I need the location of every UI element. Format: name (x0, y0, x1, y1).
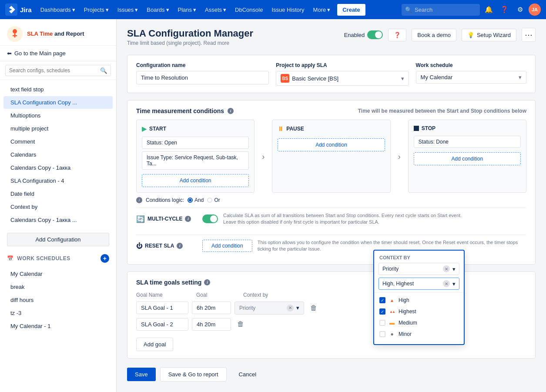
sidebar-item-my-calendar[interactable]: My Calendar (3, 268, 113, 280)
sidebar-item-tz-3[interactable]: tz -3 (3, 307, 113, 319)
work-schedule-select[interactable]: My Calendar (416, 71, 526, 84)
pause-condition-col: ⏸ PAUSE Add condition (272, 120, 390, 193)
avatar[interactable]: JA (529, 3, 541, 16)
nav-dashboards[interactable]: Dashboards (37, 4, 79, 16)
sidebar-item-calendars[interactable]: Calendars (3, 148, 113, 161)
goal-1-value-input[interactable] (192, 302, 231, 314)
sidebar-item-calendars-copy-1[interactable]: Calendars Copy - 1акка (3, 161, 113, 174)
sidebar-item-text-field-stop[interactable]: text field stop (3, 83, 113, 96)
sidebar-item-diff-hours[interactable]: diff hours (3, 294, 113, 306)
time-measurement-info-icon[interactable]: i (228, 108, 234, 114)
add-start-condition-button[interactable]: Add condition (142, 174, 249, 187)
and-radio-button[interactable] (188, 198, 193, 203)
sidebar-item-sla-config-copy[interactable]: SLA Configuration Copy ... (3, 96, 113, 109)
sidebar-item-multioptions[interactable]: Multioptions (3, 109, 113, 122)
priority-option-medium[interactable]: Medium (374, 317, 464, 328)
conditions-grid: ▶ START Status: Open Issue Type: Service… (136, 120, 526, 193)
logic-or-radio[interactable]: Or (207, 197, 220, 203)
sidebar-search-input[interactable] (5, 65, 111, 76)
nav-projects[interactable]: Projects (80, 4, 112, 16)
main-content: SLA Configuration Manager Time limit bas… (117, 19, 546, 392)
sidebar-item-break[interactable]: break (3, 281, 113, 293)
goal-1-context-select[interactable]: Priority ✕ (234, 302, 304, 315)
help-icon[interactable]: ❓ (497, 3, 511, 17)
start-condition-1: Status: Open (142, 137, 249, 149)
svg-point-2 (13, 29, 17, 34)
sidebar-item-my-calendar-1[interactable]: My Calendar - 1 (3, 320, 113, 332)
add-stop-condition-button[interactable]: Add condition (414, 152, 521, 165)
more-options-button[interactable]: ⋯ (522, 28, 536, 42)
project-select[interactable]: BS Basic Service [BS] (276, 71, 409, 86)
create-button[interactable]: Create (337, 4, 365, 16)
multi-cycle-label: 🔄 MULTI-CYCLE i (136, 215, 197, 223)
nav-more[interactable]: More (310, 4, 334, 16)
highest-checkbox[interactable]: ✓ (379, 308, 385, 315)
enabled-toggle[interactable] (367, 30, 383, 39)
priority-clear-btn[interactable]: ✕ (443, 265, 450, 272)
or-radio-button[interactable] (207, 198, 212, 203)
sidebar-search-button[interactable]: 🔍 (100, 67, 107, 74)
nav-dbconsole[interactable]: DbConsole (231, 4, 266, 16)
medium-checkbox[interactable] (379, 320, 385, 326)
nav-boards[interactable]: Boards (143, 4, 172, 16)
chevron-icon (106, 7, 109, 13)
minor-checkbox[interactable] (379, 331, 385, 337)
reset-sla-info-icon[interactable]: i (177, 243, 183, 249)
logic-info-icon[interactable]: i (136, 197, 142, 203)
cancel-button[interactable]: Cancel (231, 368, 264, 381)
sidebar-item-date-field[interactable]: Date field (3, 188, 113, 200)
sidebar-item-multiple-project[interactable]: multiple project (3, 122, 113, 135)
goal-2-value-input[interactable] (192, 318, 231, 331)
jira-logo[interactable]: Jira (5, 3, 32, 16)
values-clear-btn[interactable]: ✕ (443, 280, 450, 287)
back-to-main-button[interactable]: ⬅ Go to the Main page (0, 46, 116, 61)
multi-cycle-info-icon[interactable]: i (185, 216, 191, 222)
sidebar-item-context-by[interactable]: Context by (3, 201, 113, 213)
priority-option-highest[interactable]: ✓ Highest (374, 306, 464, 317)
priority-option-high[interactable]: ✓ High (374, 295, 464, 306)
logic-and-radio[interactable]: And (188, 197, 204, 203)
search-input[interactable] (402, 4, 480, 16)
book-demo-button[interactable]: Book a demo (412, 29, 456, 41)
goal-1-clear-btn[interactable]: ✕ (287, 305, 294, 312)
save-go-report-button[interactable]: Save & Go to report (160, 367, 227, 382)
goal-row-1: Priority ✕ 🗑 (136, 302, 526, 315)
priority-field-select[interactable]: Priority ✕ (379, 263, 459, 275)
save-button[interactable]: Save (127, 368, 156, 381)
nav-issues[interactable]: Issues (114, 4, 142, 16)
project-select-arrow (401, 75, 404, 82)
add-reset-condition-button[interactable]: Add condition (202, 240, 252, 252)
priority-option-minor[interactable]: Minor (374, 328, 464, 340)
values-arrow (452, 281, 456, 287)
setup-wizard-button[interactable]: 💡 Setup Wizard (462, 29, 516, 41)
config-name-input[interactable] (136, 71, 269, 84)
goals-info-icon[interactable]: i (204, 279, 210, 285)
help-icon-btn[interactable]: ❓ (388, 29, 406, 41)
priority-value-select[interactable]: High, Highest ✕ (379, 278, 459, 290)
delete-goal-1-button[interactable]: 🗑 (308, 302, 320, 314)
multi-cycle-row: 🔄 MULTI-CYCLE i Calculate SLA as sum of … (136, 208, 526, 230)
goal-2-name-input[interactable] (136, 318, 188, 331)
nav-issue-history[interactable]: Issue History (268, 4, 308, 16)
add-pause-condition-button[interactable]: Add condition (278, 138, 385, 151)
nav-assets[interactable]: Assets (201, 4, 230, 16)
multi-cycle-toggle[interactable] (202, 214, 218, 223)
back-icon: ⬅ (7, 50, 12, 57)
goal-col-header: Goal (196, 292, 240, 298)
add-configuration-button[interactable]: Add Configuration (7, 233, 109, 246)
delete-goal-2-button[interactable]: 🗑 (234, 318, 247, 330)
add-goal-button[interactable]: Add goal (136, 338, 173, 351)
sidebar-item-sla-config-4[interactable]: SLA Configuration - 4 (3, 174, 113, 187)
nav-plans[interactable]: Plans (174, 4, 200, 16)
add-work-schedule-button[interactable]: + (100, 254, 109, 263)
stop-header: STOP (414, 125, 521, 131)
goal-1-name-input[interactable] (136, 302, 188, 314)
page-subtitle: Time limit based (single project). Read … (127, 40, 253, 46)
sidebar-item-calendars-copy-2[interactable]: Calendars Copy - 1акка ... (3, 214, 113, 226)
config-list: text field stop SLA Configuration Copy .… (0, 80, 116, 229)
high-checkbox[interactable]: ✓ (379, 297, 385, 303)
notifications-icon[interactable]: 🔔 (482, 3, 496, 17)
settings-icon[interactable]: ⚙ (513, 3, 527, 17)
time-measurement-section: Time measurement conditions i Time will … (127, 100, 536, 265)
sidebar-item-comment[interactable]: Comment (3, 135, 113, 148)
